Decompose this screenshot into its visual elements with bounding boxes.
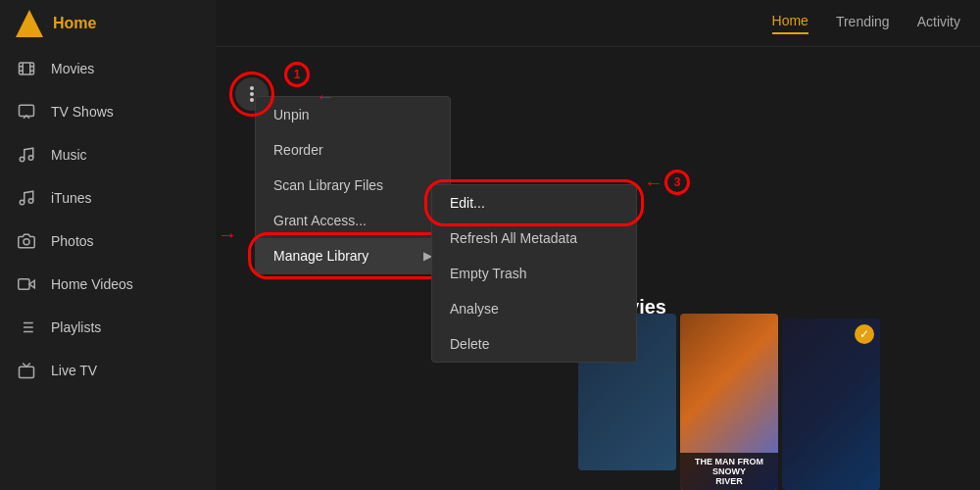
livetv-icon <box>16 360 37 381</box>
sidebar-item-playlists-label: Playlists <box>51 319 101 335</box>
film-icon <box>16 58 37 79</box>
sidebar-header[interactable]: Home <box>0 0 216 47</box>
svg-point-11 <box>28 199 33 204</box>
submenu-item-refresh[interactable]: Refresh All Metadata <box>432 220 636 256</box>
svg-rect-0 <box>20 63 34 74</box>
home-icon <box>16 10 43 37</box>
sidebar-item-music-label: Music <box>51 147 87 163</box>
tv-icon <box>16 101 37 122</box>
topnav-home[interactable]: Home <box>772 13 808 34</box>
svg-point-10 <box>20 200 24 205</box>
sidebar-title: Home <box>53 15 96 32</box>
context-menu-area: 1 ← Unpin Reorder Scan Library Files Gra… <box>235 76 269 121</box>
svg-rect-21 <box>20 367 34 377</box>
submenu-item-empty-trash[interactable]: Empty Trash <box>432 256 636 291</box>
sidebar-item-itunes[interactable]: iTunes <box>0 176 216 220</box>
sidebar-item-livetv[interactable]: Live TV <box>0 349 216 392</box>
dropdown-item-grant[interactable]: Grant Access... <box>256 203 450 238</box>
annotation-num-1: 1 <box>284 62 310 87</box>
itunes-icon <box>16 187 37 209</box>
svg-point-9 <box>28 156 33 161</box>
sidebar-item-photos-label: Photos <box>51 233 94 249</box>
sidebar-item-tvshows-label: TV Shows <box>51 104 114 120</box>
sidebar-item-movies[interactable]: Movies <box>0 47 216 90</box>
sidebar-item-movies-label: Movies <box>51 61 94 76</box>
submenu-item-delete[interactable]: Delete <box>432 326 636 362</box>
sidebar-item-homevideos[interactable]: Home Videos <box>0 263 216 306</box>
svg-point-8 <box>20 157 24 162</box>
video-icon <box>16 273 37 295</box>
movie-thumb-snowy[interactable]: THE MAN FROMSNOWYRIVER <box>680 314 778 490</box>
sidebar-item-homevideos-label: Home Videos <box>51 276 133 292</box>
topnav: Home Trending Activity <box>216 0 980 47</box>
sidebar-item-livetv-label: Live TV <box>51 363 97 378</box>
movie-thumb-transformers[interactable]: ✓ <box>782 318 880 490</box>
main-content: THE MAN FROMSNOWYRIVER ✓ in Movies 1 <box>216 47 980 490</box>
camera-icon <box>16 230 37 252</box>
dropdown-item-manage[interactable]: Manage Library ▶ <box>256 238 450 273</box>
svg-marker-13 <box>29 280 34 288</box>
context-dropdown: Unpin Reorder Scan Library Files Grant A… <box>255 96 451 274</box>
submenu: Edit... Refresh All Metadata Empty Trash… <box>431 184 637 363</box>
dropdown-item-scan[interactable]: Scan Library Files <box>256 168 450 203</box>
sidebar-item-playlists[interactable]: Playlists <box>0 306 216 349</box>
svg-rect-14 <box>19 279 29 290</box>
list-icon <box>16 317 37 338</box>
sidebar-item-photos[interactable]: Photos <box>0 220 216 263</box>
checkmark-badge: ✓ <box>855 324 874 344</box>
annotation-num-3: 3 <box>664 170 690 195</box>
topnav-trending[interactable]: Trending <box>836 14 890 33</box>
submenu-item-edit[interactable]: Edit... <box>432 185 636 220</box>
sidebar-item-tvshows[interactable]: TV Shows <box>0 90 216 133</box>
sidebar-item-music[interactable]: Music <box>0 133 216 176</box>
sidebar: Home Movies TV Shows Music iTunes Photos <box>0 0 216 490</box>
music-icon <box>16 144 37 166</box>
svg-point-12 <box>24 239 29 245</box>
sidebar-item-itunes-label: iTunes <box>51 190 92 206</box>
topnav-activity[interactable]: Activity <box>917 14 960 33</box>
submenu-item-analyse[interactable]: Analyse <box>432 291 636 326</box>
annotation-arrow-2: → <box>218 223 237 246</box>
annotation-arrow-3: ← <box>644 172 663 194</box>
dropdown-item-unpin[interactable]: Unpin <box>256 97 450 132</box>
dropdown-item-reorder[interactable]: Reorder <box>256 132 450 168</box>
movie-title-snowy: THE MAN FROMSNOWYRIVER <box>680 453 778 490</box>
